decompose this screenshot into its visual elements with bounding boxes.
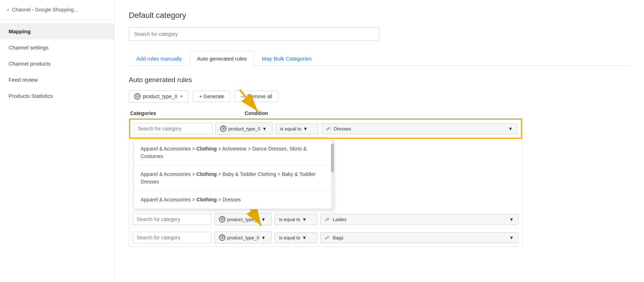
dropdown-item-2[interactable]: Apparel & Accessories > Clothing > Dress… <box>134 191 334 209</box>
dropdown-arrow-row2-icon: ▼ <box>261 217 266 222</box>
section-title: Auto generated rules <box>129 76 630 84</box>
rule-field-dropdown-2[interactable]: Ⓐ product_type_0 ▼ <box>214 213 272 225</box>
rule-field-dropdown[interactable]: Ⓐ product_type_0 ▼ <box>215 123 273 135</box>
dropdown-item-0[interactable]: Apparel & Accessories > Clothing > Activ… <box>134 140 334 166</box>
rule-row-bags: Ⓐ product_type_0 ▼ is equal to ▼ ☍ Bags … <box>129 229 522 247</box>
controls-row: Ⓐ product_type_0 ▼ + Generate — Remove a… <box>129 90 630 102</box>
dropdown-scrollbar[interactable] <box>331 140 334 209</box>
dropdown-scrollbar-thumb <box>331 144 334 172</box>
sidebar: ‹ Channel - Google Shopping... Mapping C… <box>0 0 114 282</box>
rule-value-dropdown-3[interactable]: ☍ Bags ▼ <box>320 232 518 243</box>
condition-arrow-3-icon: ▼ <box>302 235 307 240</box>
dropdown-arrow-row-icon: ▼ <box>262 126 267 132</box>
remove-all-button[interactable]: — Remove all <box>235 91 278 102</box>
category-search-input-3[interactable] <box>133 232 211 243</box>
sidebar-item-feed-review[interactable]: Feed review <box>0 72 114 88</box>
sidebar-item-channel-settings[interactable]: Channel settings <box>0 39 114 56</box>
sidebar-nav: Mapping Channel settings Channel product… <box>0 20 114 107</box>
sidebar-item-channel-products[interactable]: Channel products <box>0 56 114 72</box>
rule-condition-dropdown-2[interactable]: is equal to ▼ <box>274 214 317 225</box>
rules-table: Ⓐ product_type_0 ▼ is equal to ▼ ☍ Dress… <box>129 118 522 247</box>
rule-field-dropdown-3[interactable]: Ⓐ product_type_0 ▼ <box>214 231 272 244</box>
tabs-bar: Add rules manually Auto generated rules … <box>129 51 630 66</box>
col-header-categories: Categories <box>130 110 238 116</box>
category-search-input-2[interactable] <box>133 214 211 225</box>
rule-value-dropdown[interactable]: ☍ Dresses ▼ <box>321 123 517 134</box>
rule-row-highlighted: Ⓐ product_type_0 ▼ is equal to ▼ ☍ Dress… <box>129 119 522 139</box>
generate-button[interactable]: + Generate <box>193 91 230 102</box>
rule-value-dropdown-2[interactable]: ☍ Ladies ▼ <box>320 214 518 225</box>
value-2-arrow-icon: ▼ <box>509 217 514 222</box>
field-icon: Ⓐ <box>134 93 141 100</box>
rule-row-ladies: Ⓐ product_type_0 ▼ is equal to ▼ ☍ Ladie… <box>129 210 522 229</box>
value-icon: ☍ <box>326 126 331 132</box>
main-content: Default category Add rules manually Auto… <box>114 0 644 282</box>
value-3-arrow-icon: ▼ <box>509 235 514 240</box>
category-dropdown-list: Apparel & Accessories > Clothing > Activ… <box>134 140 334 209</box>
tab-map-bulk[interactable]: Map Bulk Categories <box>254 51 319 66</box>
column-headers: Categories Condition <box>129 110 630 116</box>
field-icon-row-2: Ⓐ <box>219 216 225 223</box>
sidebar-item-mapping[interactable]: Mapping <box>0 23 114 39</box>
sidebar-back-label: Channel - Google Shopping... <box>12 7 78 13</box>
value-2-icon: ☍ <box>325 217 330 222</box>
value-arrow-icon: ▼ <box>508 126 513 132</box>
condition-arrow-icon: ▼ <box>303 126 308 132</box>
condition-arrow-2-icon: ▼ <box>302 217 307 222</box>
value-3-icon: ☍ <box>325 235 330 240</box>
rule-condition-dropdown-3[interactable]: is equal to ▼ <box>274 232 317 243</box>
field-icon-row-3: Ⓐ <box>219 234 225 241</box>
dropdown-item-1[interactable]: Apparel & Accessories > Clothing > Baby … <box>134 166 334 191</box>
tab-add-rules[interactable]: Add rules manually <box>129 51 190 66</box>
dropdown-arrow-icon: ▼ <box>180 94 184 99</box>
tab-auto-generated[interactable]: Auto generated rules <box>190 51 254 66</box>
rule-condition-dropdown[interactable]: is equal to ▼ <box>275 123 318 134</box>
field-type-dropdown[interactable]: Ⓐ product_type_0 ▼ <box>129 90 189 102</box>
sidebar-item-products-statistics[interactable]: Products Statistics <box>0 88 114 104</box>
dropdown-arrow-row3-icon: ▼ <box>261 235 266 240</box>
category-search-input[interactable] <box>134 123 213 134</box>
page-title: Default category <box>129 11 630 20</box>
default-category-input[interactable] <box>129 27 379 41</box>
chevron-left-icon: ‹ <box>7 6 9 13</box>
col-header-condition: Condition <box>245 110 268 116</box>
field-icon-row: Ⓐ <box>220 125 226 132</box>
sidebar-back-link[interactable]: ‹ Channel - Google Shopping... <box>0 0 114 20</box>
